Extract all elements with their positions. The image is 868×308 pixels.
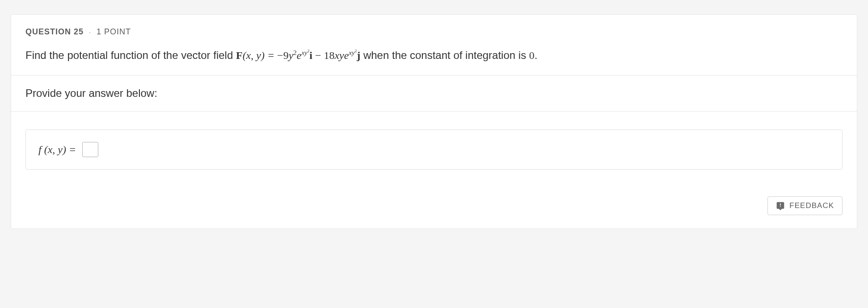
term1-y-exp: 2 (293, 49, 296, 56)
feedback-label: FEEDBACK (789, 201, 834, 210)
answer-area: f (x, y) = (11, 112, 857, 187)
question-card: QUESTION 25 · 1 POINT Find the potential… (11, 14, 857, 229)
answer-box[interactable]: f (x, y) = (25, 129, 843, 170)
vector-F: F (236, 50, 243, 61)
question-points: 1 POINT (97, 27, 131, 36)
zero-constant: 0 (529, 50, 535, 61)
answer-prompt: Provide your answer below: (11, 75, 857, 112)
question-prompt-post: when the constant of integration is (360, 49, 529, 61)
term2-var: xye (334, 50, 349, 61)
term1-y: y (289, 50, 294, 61)
question-prompt-pre: Find the potential function of the vecto… (25, 49, 236, 61)
minus-sign: − (312, 50, 324, 61)
vector-args: (x, y) = (243, 50, 277, 61)
feedback-icon (776, 201, 785, 210)
feedback-row: FEEDBACK (11, 187, 857, 229)
question-text: Find the potential function of the vecto… (11, 40, 857, 75)
feedback-button[interactable]: FEEDBACK (767, 196, 843, 215)
question-number: QUESTION 25 (25, 27, 84, 36)
term1-e: e (297, 50, 302, 61)
answer-prefix: f (x, y) = (38, 144, 76, 156)
term2-coeff: 18 (324, 50, 334, 61)
term1-coeff: −9 (277, 50, 289, 61)
term2-exponent: xy2 (349, 49, 357, 56)
unit-vector-i: i (309, 50, 312, 61)
separator-dot: · (89, 29, 91, 36)
answer-input[interactable] (82, 142, 98, 157)
period: . (535, 49, 538, 61)
term1-exponent: xy2 (301, 49, 309, 56)
question-header: QUESTION 25 · 1 POINT (11, 15, 857, 40)
